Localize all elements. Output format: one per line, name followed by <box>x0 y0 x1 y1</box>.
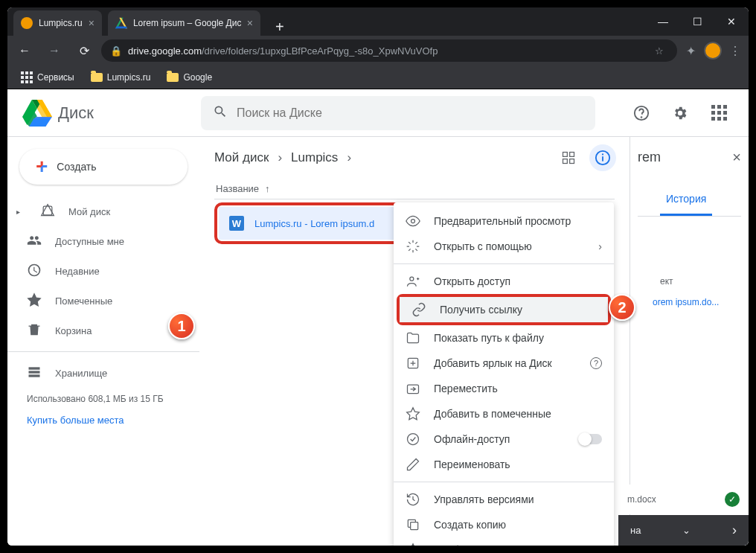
svg-rect-8 <box>29 367 40 369</box>
cm-label: Открыть доступ <box>434 275 510 287</box>
svg-point-18 <box>411 220 415 223</box>
plus-icon: + <box>36 155 48 179</box>
address-bar: ← → ⟳ 🔒 drive.google.com/drive/folders/1… <box>7 36 749 65</box>
star-icon[interactable]: ☆ <box>650 42 668 60</box>
help-icon[interactable] <box>627 98 656 128</box>
cm-get-link[interactable]: Получить ссылку <box>400 297 608 322</box>
offline-toggle[interactable] <box>580 434 602 444</box>
chevron-right-icon[interactable]: › <box>732 522 737 538</box>
reload-button[interactable]: ⟳ <box>71 38 97 63</box>
bookmark-item[interactable]: Google <box>161 69 218 86</box>
upload-filename: m.docx <box>627 494 656 505</box>
apps-bookmark[interactable]: Сервисы <box>15 68 80 86</box>
svg-rect-14 <box>570 159 574 164</box>
tab-history[interactable]: История <box>660 184 712 216</box>
svg-rect-23 <box>411 522 418 530</box>
cm-versions[interactable]: Управлять версиями <box>394 487 614 512</box>
nav-label: Доступные мне <box>55 236 124 247</box>
search-input[interactable] <box>237 106 583 120</box>
help-icon[interactable]: ? <box>590 357 602 369</box>
cm-label: Офлайн-доступ <box>434 433 510 445</box>
col-label: Название <box>216 183 259 194</box>
sidebar: + Создать ▸ Мой диск Доступные мне Недав… <box>7 137 199 546</box>
annotation-highlight-1: W Lumpics.ru - Lorem ipsum.d <box>214 202 408 244</box>
tab-title: Lumpics.ru <box>39 18 83 28</box>
breadcrumb-item[interactable]: Мой диск <box>214 150 269 165</box>
cm-move[interactable]: Переместить <box>394 376 614 401</box>
cm-share[interactable]: Открыть доступ <box>394 269 614 294</box>
maximize-button[interactable]: ☐ <box>680 7 714 36</box>
column-header-name[interactable]: Название ↑ <box>214 179 615 199</box>
expand-icon[interactable]: ▸ <box>16 208 24 216</box>
info-icon[interactable] <box>589 144 616 171</box>
eye-icon <box>406 214 420 228</box>
browser-tab-active[interactable]: Lorem ipsum – Google Диск × <box>108 10 260 36</box>
search-box[interactable] <box>201 96 595 130</box>
drive-nav-icon <box>40 203 55 220</box>
create-button[interactable]: + Создать <box>19 149 188 185</box>
cm-report[interactable]: Сообщить о нарушении <box>394 537 614 546</box>
buy-storage-link[interactable]: Купить больше места <box>7 404 199 436</box>
cm-add-shortcut[interactable]: Добавить ярлык на Диск ? <box>394 351 614 376</box>
search-icon <box>213 104 228 122</box>
profile-avatar[interactable] <box>704 42 722 60</box>
drive-logo[interactable]: Диск <box>22 98 193 128</box>
move-icon <box>406 381 420 396</box>
breadcrumb-item[interactable]: Lumpics <box>291 150 338 165</box>
panel-file-link[interactable]: orem ipsum.do... <box>653 297 741 307</box>
browser-tab[interactable]: Lumpics.ru × <box>13 10 102 36</box>
folder-icon <box>91 73 103 82</box>
word-doc-icon: W <box>229 216 244 231</box>
upload-status-bar[interactable]: на ⌄ › <box>618 515 749 546</box>
extensions-icon[interactable]: ✦ <box>682 42 699 60</box>
file-name: Lumpics.ru - Lorem ipsum.d <box>254 218 374 229</box>
layout-icon[interactable] <box>555 144 582 171</box>
context-menu: Предварительный просмотр Открыть с помощ… <box>394 202 614 546</box>
settings-icon[interactable] <box>665 98 695 128</box>
tab-title: Lorem ipsum – Google Диск <box>133 18 241 28</box>
cm-rename[interactable]: Переименовать <box>394 452 614 477</box>
new-tab-button[interactable]: + <box>266 19 293 36</box>
back-button[interactable]: ← <box>12 38 37 63</box>
minimize-button[interactable]: — <box>646 7 680 36</box>
nav-my-drive[interactable]: ▸ Мой диск <box>7 196 199 226</box>
cm-preview[interactable]: Предварительный просмотр <box>394 208 614 234</box>
file-row[interactable]: W Lumpics.ru - Lorem ipsum.d <box>219 207 403 240</box>
shortcut-icon <box>406 356 420 371</box>
star-icon <box>27 293 42 310</box>
nav-storage[interactable]: Хранилище <box>7 358 199 388</box>
url-field[interactable]: 🔒 drive.google.com/drive/folders/1upxgLB… <box>101 39 677 62</box>
cm-label: Добавить в помеченные <box>434 408 551 420</box>
drive-logo-icon <box>22 98 52 128</box>
svg-point-17 <box>602 153 603 155</box>
apps-label: Сервисы <box>37 72 74 83</box>
cm-open-with[interactable]: Открыть с помощью › <box>394 234 614 259</box>
nav-label: Корзина <box>55 325 92 336</box>
nav-starred[interactable]: Помеченные <box>7 286 199 316</box>
close-tab-icon[interactable]: × <box>247 17 253 29</box>
svg-rect-9 <box>29 371 40 373</box>
cm-offline[interactable]: Офлайн-доступ <box>394 426 614 452</box>
offline-icon <box>406 432 420 447</box>
cm-show-path[interactable]: Показать путь к файлу <box>394 325 614 351</box>
trash-icon <box>27 322 42 339</box>
chevron-down-icon[interactable]: ⌄ <box>682 525 691 536</box>
lock-icon: 🔒 <box>110 45 122 57</box>
bookmarks-bar: Сервисы Lumpics.ru Google <box>7 65 749 89</box>
apps-icon[interactable] <box>704 98 734 128</box>
storage-icon <box>27 365 42 382</box>
cm-label: Переместить <box>434 383 498 394</box>
svg-rect-11 <box>563 153 568 157</box>
upload-status-text: на <box>630 525 641 536</box>
svg-rect-12 <box>570 153 574 157</box>
close-window-button[interactable]: ✕ <box>714 7 749 36</box>
browser-menu-icon[interactable]: ⋮ <box>726 42 744 60</box>
nav-recent[interactable]: Недавние <box>7 256 199 286</box>
bookmark-item[interactable]: Lumpics.ru <box>85 69 157 86</box>
close-panel-icon[interactable]: × <box>732 149 741 166</box>
close-tab-icon[interactable]: × <box>89 17 94 29</box>
cm-copy[interactable]: Создать копию <box>394 512 614 537</box>
nav-shared[interactable]: Доступные мне <box>7 226 199 256</box>
link-icon <box>411 302 426 317</box>
cm-star[interactable]: Добавить в помеченные <box>394 401 614 426</box>
